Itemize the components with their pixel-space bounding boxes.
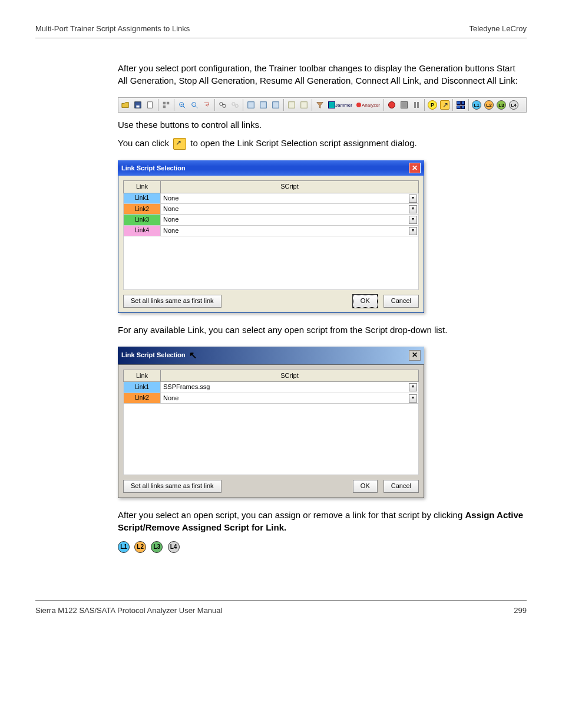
save-icon[interactable]	[132, 99, 144, 111]
col-script[interactable]: SCript	[161, 370, 419, 381]
svg-rect-17	[260, 102, 267, 108]
col-link[interactable]: Link	[124, 370, 161, 381]
svg-line-7	[183, 106, 186, 108]
content-area: After you select port configuration, the…	[118, 62, 527, 552]
link1-badge-icon[interactable]: L1	[471, 99, 482, 111]
page-number: 299	[514, 605, 527, 616]
disconnect-icon[interactable]	[298, 99, 310, 111]
link-script-selection-dialog: Link Script Selection ✕ Link SCript Link…	[118, 160, 424, 312]
svg-point-12	[220, 103, 223, 106]
link3-badge-icon[interactable]: L3	[495, 99, 507, 111]
dialog-titlebar[interactable]: Link Script Selection ↖ ✕	[118, 347, 424, 364]
header-left: Multi-Port Trainer Script Assignments to…	[35, 24, 190, 34]
dropdown-icon[interactable]: ▾	[409, 383, 417, 391]
col-link[interactable]: Link	[124, 181, 161, 193]
jammer-icon[interactable]: Jammer	[326, 99, 354, 111]
link2-badge-icon[interactable]: L2	[483, 99, 495, 111]
svg-rect-2	[148, 102, 153, 108]
quad-view-icon[interactable]	[455, 99, 467, 111]
table-row: Link1None▾	[124, 193, 419, 203]
script-cell[interactable]: None▾	[161, 393, 419, 403]
link-cell: Link1	[124, 193, 161, 203]
script-cell[interactable]: None▾	[161, 204, 419, 215]
link1-badge-icon[interactable]: L1	[118, 541, 130, 553]
cancel-button[interactable]: Cancel	[384, 295, 419, 307]
options-icon[interactable]	[160, 99, 172, 111]
analyzer-label: Analyzer	[362, 102, 380, 108]
link-script-icon[interactable]	[439, 99, 451, 111]
paragraph-assign: After you select an open script, you can…	[118, 509, 527, 533]
dialog-body: Link SCript Link1SSPFrames.ssg▾ Link2Non…	[118, 364, 424, 498]
toolbar-separator	[468, 99, 469, 111]
table-row: Link4None▾	[124, 225, 419, 236]
table-row: Link2None▾	[124, 204, 419, 215]
cancel-button[interactable]: Cancel	[384, 480, 419, 492]
zoom-out-icon[interactable]: −	[189, 99, 200, 111]
resume-gen-icon[interactable]	[270, 99, 282, 111]
svg-text:−: −	[193, 102, 195, 106]
svg-rect-16	[248, 102, 254, 108]
script-value: None	[163, 227, 178, 234]
stop-icon[interactable]	[398, 99, 410, 111]
close-icon[interactable]: ✕	[409, 350, 421, 361]
stop-gen-icon[interactable]	[257, 99, 269, 111]
dropdown-icon[interactable]: ▾	[409, 394, 417, 403]
connect-icon[interactable]	[286, 99, 297, 111]
script-cell[interactable]: SSPFrames.ssg▾	[161, 382, 419, 393]
link2-badge-icon[interactable]: L2	[134, 541, 146, 553]
start-gen-icon[interactable]	[245, 99, 257, 111]
dropdown-icon[interactable]: ▾	[409, 205, 417, 213]
table-empty-area	[123, 404, 419, 475]
ok-button[interactable]: OK	[353, 480, 378, 492]
toolbar-separator	[214, 99, 215, 111]
page-footer: Sierra M122 SAS/SATA Protocol Analyzer U…	[35, 600, 527, 616]
toolbar-separator	[283, 99, 284, 111]
svg-rect-4	[167, 102, 169, 104]
link3-badge-icon[interactable]: L3	[151, 541, 163, 553]
record-icon[interactable]	[386, 99, 398, 111]
zoom-in-icon[interactable]: +	[176, 99, 188, 111]
dialog-titlebar[interactable]: Link Script Selection ✕	[118, 160, 424, 176]
svg-point-15	[235, 104, 238, 107]
script-cell[interactable]: None▾	[161, 215, 419, 225]
script-cell[interactable]: None▾	[161, 193, 419, 203]
document-icon[interactable]	[144, 99, 156, 111]
script-value: None	[163, 216, 178, 223]
find-next-icon[interactable]	[229, 99, 241, 111]
script-value: None	[163, 205, 178, 212]
dialog-title: Link Script Selection	[121, 164, 186, 173]
p-button-icon[interactable]: P	[427, 99, 438, 111]
link4-badge-icon[interactable]: L4	[168, 541, 180, 553]
table-header-row: Link SCript	[124, 181, 419, 193]
link4-badge-icon[interactable]: L4	[508, 99, 520, 111]
script-value: None	[163, 195, 178, 202]
link-table: Link SCript Link1None▾ Link2None▾ Link3N…	[123, 180, 419, 236]
link-cell: Link4	[124, 225, 161, 236]
trainer-toolbar: + − Jammer Analyzer P L1 L2 L3 L4	[118, 97, 527, 113]
toolbar-separator	[424, 99, 425, 111]
set-all-button[interactable]: Set all links same as first link	[123, 480, 222, 492]
dropdown-icon[interactable]: ▾	[409, 216, 417, 224]
footer-left: Sierra M122 SAS/SATA Protocol Analyzer U…	[35, 605, 222, 616]
wrap-icon[interactable]	[201, 99, 213, 111]
analyzer-icon[interactable]: Analyzer	[355, 99, 382, 111]
paragraph-use-buttons: Use these buttons to control all links.	[118, 118, 527, 131]
link-script-selection-dialog-2: Link Script Selection ↖ ✕ Link SCript Li…	[118, 347, 424, 498]
col-script[interactable]: SCript	[161, 181, 419, 193]
link-cell: Link1	[124, 382, 161, 393]
dialog-body: Link SCript Link1None▾ Link2None▾ Link3N…	[118, 176, 424, 312]
link-script-inline-icon	[173, 138, 186, 150]
open-icon[interactable]	[120, 99, 131, 111]
page-header: Multi-Port Trainer Script Assignments to…	[35, 24, 527, 38]
dropdown-icon[interactable]: ▾	[409, 195, 417, 203]
ok-button[interactable]: OK	[353, 295, 378, 307]
pause-icon[interactable]	[411, 99, 422, 111]
dropdown-icon[interactable]: ▾	[409, 227, 417, 235]
close-icon[interactable]: ✕	[409, 163, 421, 173]
script-value: None	[163, 394, 178, 401]
find-icon[interactable]	[217, 99, 229, 111]
script-cell[interactable]: None▾	[161, 225, 419, 236]
filter-icon[interactable]	[314, 99, 326, 111]
svg-rect-19	[289, 102, 295, 108]
set-all-button[interactable]: Set all links same as first link	[123, 295, 222, 307]
